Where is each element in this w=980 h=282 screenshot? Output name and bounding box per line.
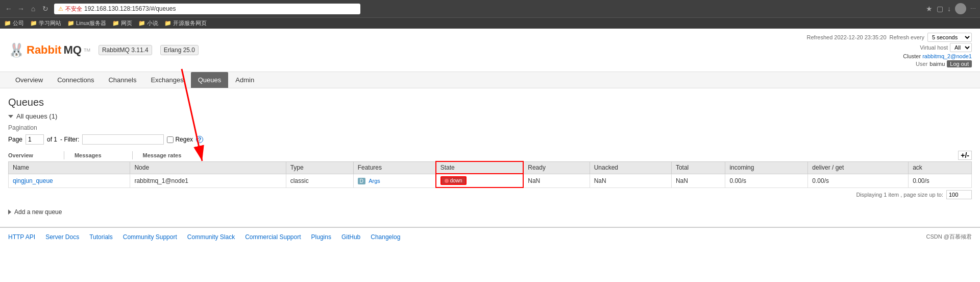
footer-credit: CSDN @百慕倾君: [926, 233, 972, 241]
cell-total: NaN: [671, 174, 725, 187]
logout-button[interactable]: Log out: [947, 60, 972, 67]
more-icon[interactable]: ⋯: [970, 6, 976, 12]
col-incoming: incoming: [725, 161, 808, 174]
state-dot: [445, 179, 449, 183]
nav-overview[interactable]: Overview: [8, 72, 50, 88]
user-label: User: [916, 61, 927, 67]
col-type: Type: [286, 161, 353, 174]
forward-icon[interactable]: →: [16, 4, 26, 13]
cell-incoming: 0.00/s: [725, 174, 808, 187]
nav-connections[interactable]: Connections: [50, 72, 101, 88]
refresh-interval-select[interactable]: 5 seconds 10 seconds 30 seconds 60 secon…: [927, 33, 972, 42]
nav-admin[interactable]: Admin: [228, 72, 261, 88]
footer-http-api[interactable]: HTTP API: [8, 233, 35, 241]
plus-minus-toggle[interactable]: +/-: [958, 151, 972, 160]
features-d-tag: D: [358, 178, 365, 184]
col-unacked: Unacked: [590, 161, 671, 174]
bookmark-webpage[interactable]: 📁 网页: [112, 19, 132, 27]
address-url: 192.168.130.128:15673/#/queues: [84, 5, 176, 12]
nav-channels[interactable]: Channels: [101, 72, 143, 88]
regex-checkbox[interactable]: [167, 136, 174, 143]
state-down-badge: down: [440, 176, 467, 185]
app-header: 🐰 RabbitMQTM RabbitMQ 3.11.4 Erlang 25.0…: [0, 29, 980, 72]
add-queue-row[interactable]: Add a new queue: [8, 205, 972, 219]
logo-rabbit-icon: 🐰: [8, 42, 24, 58]
regex-label: Regex: [167, 136, 193, 143]
footer-community-support[interactable]: Community Support: [123, 233, 177, 241]
refreshed-timestamp: Refreshed 2022-12-20 23:35:20: [807, 34, 887, 40]
cell-type: classic: [286, 174, 353, 187]
logo-tm: TM: [84, 48, 90, 53]
footer-server-docs[interactable]: Server Docs: [45, 233, 79, 241]
footer-github[interactable]: GitHub: [341, 233, 360, 241]
footer-community-slack[interactable]: Community Slack: [187, 233, 235, 241]
warning-text: 不安全: [65, 5, 82, 13]
cell-state: down: [436, 174, 524, 187]
vhost-line: Virtual host All: [920, 43, 972, 52]
refresh-icon[interactable]: ↻: [41, 4, 50, 13]
footer-tutorials[interactable]: Tutorials: [89, 233, 113, 241]
cell-name: qingjun_queue: [9, 174, 130, 187]
header-right: Refreshed 2022-12-20 23:35:20 Refresh ev…: [807, 33, 972, 67]
col-node: Node: [130, 161, 286, 174]
address-bar[interactable]: ⚠ 不安全 192.168.130.128:15673/#/queues: [54, 4, 360, 14]
col-state: State: [436, 161, 524, 174]
col-features: Features: [353, 161, 436, 174]
table-row: qingjun_queue rabbitmq_1@node1 classic D…: [9, 174, 972, 187]
bookmark-learning[interactable]: 📁 学习网站: [30, 19, 61, 27]
footer-changelog[interactable]: Changelog: [371, 233, 400, 241]
cell-ready: NaN: [523, 174, 590, 187]
pagination-controls: Page of 1 - Filter: Regex ?: [8, 134, 972, 145]
col-name: Name: [9, 161, 130, 174]
col-total: Total: [671, 161, 725, 174]
browser-actions: ★ ▢ ↓ ⋯: [926, 3, 976, 14]
home-icon[interactable]: ⌂: [29, 4, 38, 13]
all-queues-section[interactable]: All queues (1): [8, 112, 972, 120]
vhost-label: Virtual host: [920, 44, 948, 51]
section-title: All queues (1): [16, 112, 57, 120]
main-nav: Overview Connections Channels Exchanges …: [0, 72, 980, 88]
nav-exchanges[interactable]: Exchanges: [143, 72, 190, 88]
message-rates-group-label: Message rates: [132, 151, 212, 159]
pagination-label: Pagination: [8, 124, 972, 131]
footer-plugins[interactable]: Plugins: [311, 233, 331, 241]
filter-input[interactable]: [82, 134, 164, 145]
app-footer: HTTP API Server Docs Tutorials Community…: [0, 227, 980, 246]
cell-node: rabbitmq_1@node1: [130, 174, 286, 187]
queues-table: Name Node Type Features State Ready Unac…: [8, 161, 972, 188]
page-size-input[interactable]: [946, 190, 972, 199]
cell-deliver-get: 0.00/s: [808, 174, 909, 187]
back-icon[interactable]: ←: [4, 4, 13, 13]
logo-mq-text: MQ: [63, 43, 81, 57]
bookmark-linux[interactable]: 📁 Linux服务器: [67, 19, 106, 27]
footer-commercial-support[interactable]: Commercial Support: [245, 233, 301, 241]
page-title: Queues: [8, 97, 972, 108]
expand-add-queue-icon: [8, 209, 11, 215]
bookmark-open-source[interactable]: 📁 开源服务网页: [164, 19, 207, 27]
download-icon[interactable]: ↓: [947, 5, 951, 13]
user-avatar[interactable]: [955, 3, 966, 14]
star-icon[interactable]: ★: [926, 5, 933, 13]
vhost-select[interactable]: All: [950, 43, 972, 52]
messages-group-label: Messages: [64, 151, 132, 159]
bookmarks-bar: 📁 公司 📁 学习网站 📁 Linux服务器 📁 网页 📁 小说 📁 开源服务网…: [0, 17, 980, 29]
refresh-every-label: Refresh every: [890, 34, 924, 40]
extensions-icon[interactable]: ▢: [937, 5, 943, 13]
browser-chrome: ← → ⌂ ↻ ⚠ 不安全 192.168.130.128:15673/#/qu…: [0, 0, 980, 29]
bookmark-novel[interactable]: 📁 小说: [138, 19, 158, 27]
table-group-headers: Overview Messages Message rates: [8, 151, 212, 159]
col-deliver-get: deliver / get: [808, 161, 909, 174]
nav-queues[interactable]: Queues: [191, 72, 229, 88]
user-line: User baimu Log out: [916, 60, 972, 67]
browser-nav-icons: ← → ⌂ ↻: [4, 4, 50, 13]
username: baimu: [929, 61, 945, 67]
erlang-version-badge: Erlang 25.0: [160, 45, 199, 55]
help-icon[interactable]: ?: [196, 136, 203, 143]
queue-name-link[interactable]: qingjun_queue: [13, 177, 53, 184]
page-number-input[interactable]: [26, 134, 44, 145]
col-ack: ack: [909, 161, 972, 174]
app-wrapper: 🐰 RabbitMQTM RabbitMQ 3.11.4 Erlang 25.0…: [0, 29, 980, 246]
bookmark-company[interactable]: 📁 公司: [4, 19, 24, 27]
logo: 🐰 RabbitMQTM: [8, 42, 90, 58]
cluster-label: Cluster: [903, 53, 921, 59]
